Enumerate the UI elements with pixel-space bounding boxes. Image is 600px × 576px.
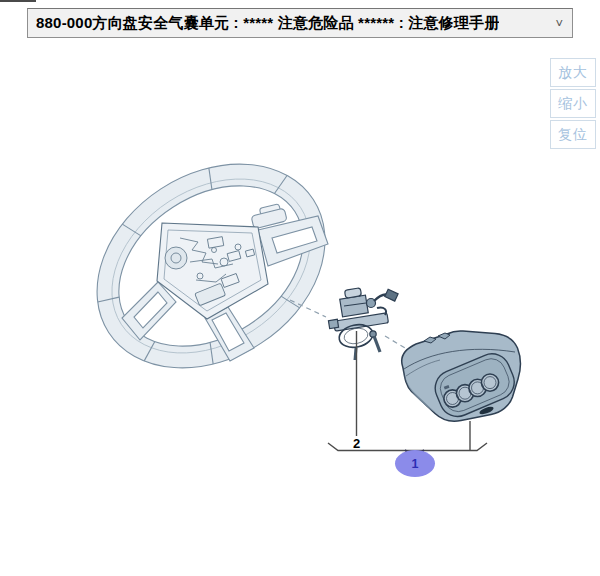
callout-1-number[interactable]: 1 — [412, 457, 419, 471]
parts-catalog-viewer: 880-000方向盘安全气囊单元 : ***** 注意危险品 ****** : … — [0, 0, 600, 576]
reset-view-button[interactable]: 复位 — [550, 120, 596, 149]
zoom-toolbar: 放大 缩小 复位 — [550, 58, 596, 149]
window-edge-artifact — [0, 0, 36, 2]
steering-wheel-drawing — [59, 122, 364, 409]
callout-2-number[interactable]: 2 — [353, 436, 360, 451]
callout-1[interactable]: 1 — [395, 450, 435, 477]
callout-2[interactable]: 2 — [353, 436, 360, 451]
clock-spring-part — [328, 288, 398, 360]
chevron-down-icon: ˅ — [555, 17, 563, 30]
zoom-out-button[interactable]: 缩小 — [550, 89, 596, 118]
airbag-module — [402, 331, 521, 422]
catalog-entry-label: 880-000方向盘安全气囊单元 : ***** 注意危险品 ****** : … — [36, 14, 499, 33]
zoom-in-button[interactable]: 放大 — [550, 58, 596, 87]
parts-diagram: 2 1 — [0, 0, 600, 576]
catalog-entry-select[interactable]: 880-000方向盘安全气囊单元 : ***** 注意危险品 ****** : … — [27, 8, 573, 38]
